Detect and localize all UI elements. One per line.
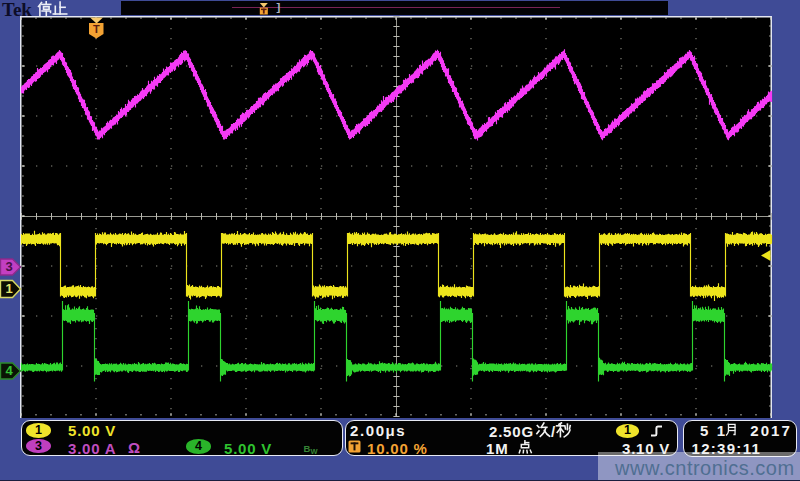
- svg-text:4: 4: [5, 363, 13, 378]
- svg-text:1: 1: [5, 281, 12, 296]
- svg-text:3: 3: [5, 259, 12, 274]
- svg-text:T: T: [93, 23, 100, 35]
